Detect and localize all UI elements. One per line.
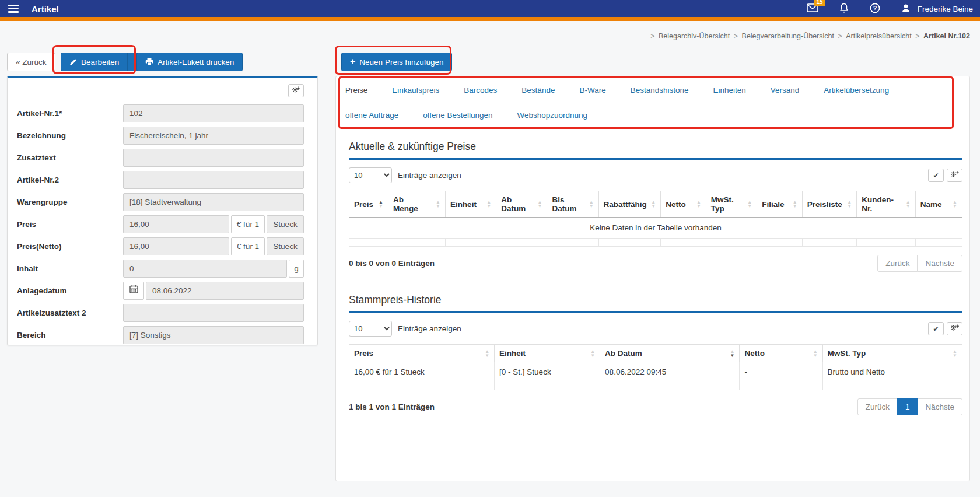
print-label-button[interactable]: Artikel-Etikett drucken: [136, 52, 243, 71]
top-navbar: Artikel 15 ? Fr: [0, 0, 980, 18]
table-settings-button[interactable]: [947, 169, 963, 182]
col-header-filiale[interactable]: Filiale▲▼: [757, 191, 803, 218]
column-visibility-button[interactable]: ✔: [928, 322, 944, 335]
table-row[interactable]: 16,00 € für 1 Stueck [0 - St.] Stueck 08…: [349, 362, 963, 382]
col-header-ab-datum[interactable]: Ab Datum▲▼: [496, 191, 547, 218]
printer-icon: [145, 58, 153, 66]
field-row-artikel-nr2: Artikel-Nr.2: [17, 171, 304, 189]
artikel-nr1-input[interactable]: 102: [123, 104, 304, 123]
page-size-select[interactable]: 10: [349, 167, 392, 183]
bell-icon: [839, 3, 849, 15]
sort-desc-icon: ▼: [538, 204, 542, 208]
col-header-netto[interactable]: Netto▲▼: [740, 345, 822, 362]
pagination-next[interactable]: Nächste: [917, 255, 963, 272]
breadcrumb-item-current: Artikel Nr.102: [923, 32, 970, 40]
zusatztext-input[interactable]: [123, 149, 304, 167]
help-button[interactable]: ?: [870, 3, 880, 15]
section-title: Stammpreis-Historie: [349, 294, 963, 306]
breadcrumb-item[interactable]: Belegarchiv-Übersicht: [659, 32, 730, 40]
warengruppe-input[interactable]: [18] Stadtverwaltung: [123, 193, 304, 211]
col-header-ab-menge[interactable]: Ab Menge▲▼: [388, 191, 446, 218]
section-rule: [349, 158, 963, 160]
messages-button[interactable]: 15: [807, 4, 818, 14]
col-header-name[interactable]: Name▲▼: [915, 191, 962, 218]
user-menu[interactable]: Frederike Beine: [901, 4, 973, 15]
back-button[interactable]: « Zurück: [7, 52, 55, 71]
bereich-input[interactable]: [7] Sonstigs: [123, 326, 304, 344]
preis-netto-input[interactable]: 16,00: [123, 237, 229, 256]
col-header-ab-datum[interactable]: Ab Datum▲▼: [600, 345, 740, 362]
anlagedatum-input[interactable]: 08.06.2022: [146, 282, 304, 300]
pagination-next[interactable]: Nächste: [917, 398, 963, 415]
price-history-section: Stammpreis-Historie 10 Einträge anzeigen…: [349, 294, 963, 415]
col-header-preisliste[interactable]: Preisliste▲▼: [802, 191, 856, 218]
footer-cell: [706, 239, 757, 247]
col-header-kunden-nr[interactable]: Kunden-Nr.▲▼: [857, 191, 915, 218]
cogs-icon: [950, 170, 959, 180]
field-label: Artikelzusatztext 2: [17, 309, 123, 317]
col-header-bis-datum[interactable]: Bis Datum▲▼: [547, 191, 598, 218]
artikelzusatztext2-input[interactable]: [123, 304, 304, 322]
price-history-table: Preis▲▼ Einheit▲▼ Ab Datum▲▼ Netto▲▼ MwS…: [349, 344, 963, 390]
cell-mwst-typ: Brutto und Netto: [822, 362, 962, 382]
footer-cell: [661, 239, 706, 247]
artikel-nr2-input[interactable]: [123, 171, 304, 189]
sort-icons: ▲▼: [538, 200, 542, 208]
sort-desc-icon: ▼: [487, 204, 491, 208]
tab-einheiten[interactable]: Einheiten: [709, 76, 749, 102]
tab-offene-auftraege[interactable]: offene Aufträge: [342, 102, 402, 127]
tab-barcodes[interactable]: Barcodes: [460, 76, 501, 102]
edit-button[interactable]: Bearbeiten: [61, 52, 128, 71]
footer-cell: [915, 239, 962, 247]
col-header-mwst-typ[interactable]: MwSt. Typ▲▼: [822, 345, 962, 362]
col-header-rabattfaehig[interactable]: Rabattfähig▲▼: [598, 191, 661, 218]
add-price-button[interactable]: + Neuen Preis hinzufügen: [341, 52, 452, 71]
preis-netto-unit-addon: € für 1: [231, 237, 265, 256]
inhalt-input[interactable]: 0: [123, 260, 287, 278]
field-row-preis-netto: Preis(Netto) 16,00 € für 1 Stueck: [17, 237, 304, 256]
tab-versand[interactable]: Versand: [767, 76, 803, 102]
tab-b-ware[interactable]: B-Ware: [576, 76, 609, 102]
check-icon: ✔: [933, 325, 939, 333]
field-label: Zusatztext: [17, 153, 123, 162]
tab-bestandshistorie[interactable]: Bestandshistorie: [627, 76, 692, 102]
bezeichnung-input[interactable]: Fischereischein, 1 jahr: [123, 127, 304, 145]
col-header-preis[interactable]: Preis▲▼: [349, 345, 495, 362]
footer-cell: [495, 382, 600, 390]
breadcrumb-item[interactable]: Belegverarbeitung-Übersicht: [742, 32, 834, 40]
article-form-card: Artikel-Nr.1* 102 Bezeichnung Fischereis…: [7, 76, 318, 345]
current-prices-table: Preis▲▼ Ab Menge▲▼ Einheit▲▼ Ab Datum▲▼ …: [349, 191, 963, 247]
print-label-button-label: Artikel-Etikett drucken: [158, 58, 234, 66]
tab-offene-bestellungen[interactable]: offene Bestellungen: [419, 102, 496, 127]
notifications-button[interactable]: [839, 3, 849, 15]
app-title: Artikel: [32, 4, 59, 14]
table-footer-bar: 1 bis 1 von 1 Einträgen Zurück 1 Nächste: [349, 398, 963, 415]
sort-desc-icon: ▼: [793, 204, 797, 208]
sort-icons: ▲▼: [847, 200, 852, 208]
tab-preise[interactable]: Preise: [342, 76, 371, 102]
breadcrumb-item[interactable]: Artikelpreisübersicht: [846, 32, 912, 40]
table-settings-button[interactable]: [947, 322, 963, 335]
preis-input[interactable]: 16,00: [123, 215, 229, 233]
cell-ab-datum: 08.06.2022 09:45: [600, 362, 740, 382]
page-size-select[interactable]: 10: [349, 321, 392, 337]
menu-icon[interactable]: [8, 3, 19, 15]
col-header-einheit[interactable]: Einheit▲▼: [495, 345, 600, 362]
pagination-prev[interactable]: Zurück: [858, 398, 898, 415]
pagination-prev[interactable]: Zurück: [877, 255, 918, 272]
field-label: Inhalt: [17, 264, 123, 273]
cell-netto: -: [740, 362, 822, 382]
col-header-preis[interactable]: Preis▲▼: [349, 191, 388, 218]
pagination-page-1[interactable]: 1: [897, 398, 918, 415]
col-header-netto[interactable]: Netto▲▼: [661, 191, 706, 218]
col-header-einheit[interactable]: Einheit▲▼: [445, 191, 496, 218]
tab-bestaende[interactable]: Bestände: [518, 76, 558, 102]
form-settings-button[interactable]: [288, 84, 304, 97]
column-visibility-button[interactable]: ✔: [928, 169, 944, 182]
calendar-button[interactable]: [123, 282, 144, 300]
inhalt-suffix-addon: g: [289, 260, 304, 278]
col-header-mwst-typ[interactable]: MwSt. Typ▲▼: [706, 191, 757, 218]
tab-einkaufspreis[interactable]: Einkaufspreis: [388, 76, 443, 102]
tab-webshopzuordnung[interactable]: Webshopzuordnung: [513, 102, 591, 127]
tab-artikeluebersetzung[interactable]: Artikelübersetzung: [820, 76, 892, 102]
